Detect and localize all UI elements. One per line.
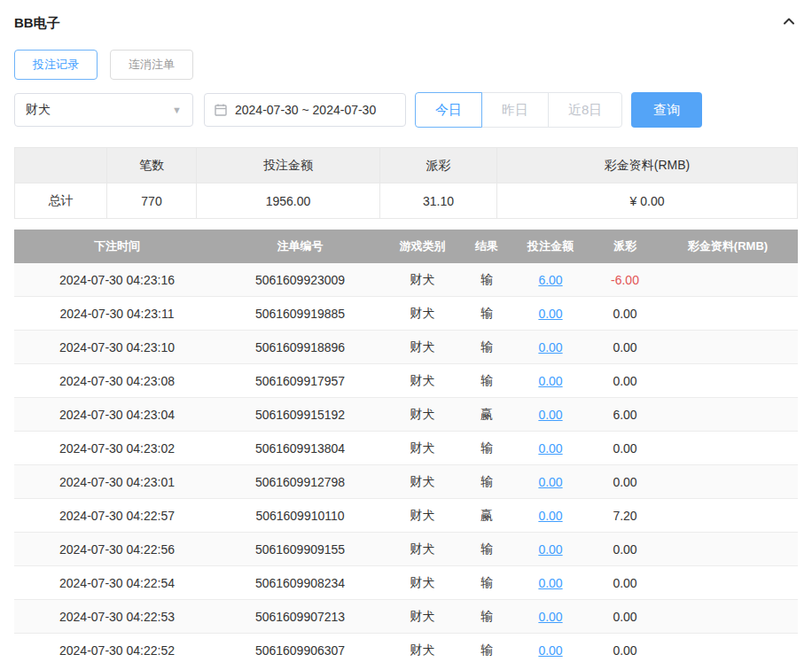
result-cell: 赢 bbox=[465, 398, 509, 431]
tab-bet-records[interactable]: 投注记录 bbox=[14, 50, 98, 80]
summary-total-row: 总计 770 1956.00 31.10 ¥ 0.00 bbox=[15, 183, 798, 219]
bet-time-cell: 2024-07-30 04:22:53 bbox=[14, 600, 220, 633]
today-button[interactable]: 今日 bbox=[415, 92, 482, 128]
col-header-result: 结果 bbox=[465, 230, 509, 263]
summary-header-count: 笔数 bbox=[107, 148, 197, 183]
summary-total-label: 总计 bbox=[15, 183, 107, 219]
table-row: 2024-07-30 04:23:16 5061609923009 财犬 输 6… bbox=[14, 263, 798, 297]
payout-cell: 6.00 bbox=[592, 398, 658, 431]
panel-header: BB电子 bbox=[14, 12, 798, 34]
order-id-cell: 5061609906307 bbox=[220, 634, 380, 662]
bet-records-table: 下注时间 注单编号 游戏类别 结果 投注金额 派彩 彩金资料(RMB) 2024… bbox=[14, 230, 798, 662]
result-cell: 输 bbox=[465, 364, 509, 397]
result-cell: 输 bbox=[465, 634, 509, 662]
table-header-row: 下注时间 注单编号 游戏类别 结果 投注金额 派彩 彩金资料(RMB) bbox=[14, 230, 798, 263]
bet-time-cell: 2024-07-30 04:23:10 bbox=[14, 331, 220, 363]
bet-amount-link[interactable]: 0.00 bbox=[538, 441, 562, 456]
payout-cell: 0.00 bbox=[592, 297, 658, 330]
bet-time-cell: 2024-07-30 04:23:16 bbox=[14, 263, 220, 296]
bonus-cell bbox=[658, 331, 798, 363]
table-row: 2024-07-30 04:23:08 5061609917957 财犬 输 0… bbox=[14, 364, 798, 398]
bet-amount-link[interactable]: 0.00 bbox=[538, 643, 562, 658]
summary-total-count: 770 bbox=[107, 183, 197, 219]
table-row: 2024-07-30 04:23:02 5061609913804 财犬 输 0… bbox=[14, 432, 798, 465]
result-cell: 输 bbox=[465, 263, 509, 296]
search-button[interactable]: 查询 bbox=[631, 92, 702, 128]
last-8-days-button[interactable]: 近8日 bbox=[548, 92, 622, 128]
summary-header-row: 笔数 投注金额 派彩 彩金资料(RMB) bbox=[15, 148, 798, 183]
table-row: 2024-07-30 04:23:01 5061609912798 财犬 输 0… bbox=[14, 465, 798, 499]
collapse-button[interactable] bbox=[780, 14, 798, 32]
order-id-cell: 5061609909155 bbox=[220, 533, 380, 565]
bet-amount-link[interactable]: 0.00 bbox=[538, 475, 562, 489]
bet-amount-link[interactable]: 0.00 bbox=[538, 509, 562, 523]
tab-bar: 投注记录 连消注单 bbox=[14, 50, 798, 80]
order-id-cell: 5061609919885 bbox=[220, 297, 380, 330]
bet-amount-link[interactable]: 0.00 bbox=[538, 340, 562, 354]
bet-time-cell: 2024-07-30 04:22:52 bbox=[14, 634, 220, 662]
bet-time-cell: 2024-07-30 04:23:04 bbox=[14, 398, 220, 431]
payout-cell: 0.00 bbox=[592, 634, 658, 662]
order-id-cell: 5061609907213 bbox=[220, 600, 380, 633]
summary-total-bonus: ¥ 0.00 bbox=[497, 183, 798, 219]
bonus-cell bbox=[658, 634, 798, 662]
bet-amount-link[interactable]: 0.00 bbox=[538, 610, 562, 624]
panel-title: BB电子 bbox=[14, 15, 60, 32]
bonus-cell bbox=[658, 364, 798, 397]
payout-cell: -6.00 bbox=[592, 263, 658, 296]
result-cell: 输 bbox=[465, 533, 509, 565]
game-select-value: 财犬 bbox=[26, 102, 51, 118]
bonus-cell bbox=[658, 499, 798, 532]
date-range-value: 2024-07-30 ~ 2024-07-30 bbox=[235, 103, 376, 117]
yesterday-button[interactable]: 昨日 bbox=[481, 92, 549, 128]
game-select[interactable]: 财犬 ▼ bbox=[14, 93, 193, 127]
game-type-cell: 财犬 bbox=[380, 533, 465, 565]
table-row: 2024-07-30 04:22:56 5061609909155 财犬 输 0… bbox=[14, 533, 798, 566]
summary-total-payout: 31.10 bbox=[380, 183, 497, 219]
game-type-cell: 财犬 bbox=[380, 297, 465, 330]
bet-amount-link[interactable]: 0.00 bbox=[538, 307, 562, 321]
payout-cell: 7.20 bbox=[592, 499, 658, 532]
quick-date-group: 今日 昨日 近8日 bbox=[415, 92, 622, 128]
summary-header-bonus: 彩金资料(RMB) bbox=[497, 148, 798, 183]
bet-amount-link[interactable]: 0.00 bbox=[538, 576, 562, 590]
bet-amount-link[interactable]: 0.00 bbox=[538, 374, 562, 388]
bet-amount-link[interactable]: 0.00 bbox=[538, 542, 562, 557]
result-cell: 输 bbox=[465, 432, 509, 464]
result-cell: 赢 bbox=[465, 499, 509, 532]
summary-total-bet-amount: 1956.00 bbox=[197, 183, 380, 219]
game-type-cell: 财犬 bbox=[380, 600, 465, 633]
order-id-cell: 5061609910110 bbox=[220, 499, 380, 532]
bet-time-cell: 2024-07-30 04:23:01 bbox=[14, 465, 220, 498]
bonus-cell bbox=[658, 263, 798, 296]
col-header-bonus: 彩金资料(RMB) bbox=[658, 230, 798, 263]
bonus-cell bbox=[658, 398, 798, 431]
game-type-cell: 财犬 bbox=[380, 499, 465, 532]
payout-cell: 0.00 bbox=[592, 331, 658, 363]
bonus-cell bbox=[658, 533, 798, 565]
table-row: 2024-07-30 04:22:53 5061609907213 财犬 输 0… bbox=[14, 600, 798, 634]
payout-cell: 0.00 bbox=[592, 364, 658, 397]
date-range-input[interactable]: 2024-07-30 ~ 2024-07-30 bbox=[204, 93, 406, 127]
order-id-cell: 5061609917957 bbox=[220, 364, 380, 397]
result-cell: 输 bbox=[465, 331, 509, 363]
game-type-cell: 财犬 bbox=[380, 432, 465, 464]
bonus-cell bbox=[658, 432, 798, 464]
payout-cell: 0.00 bbox=[592, 533, 658, 565]
result-cell: 输 bbox=[465, 566, 509, 599]
summary-header-payout: 派彩 bbox=[380, 148, 497, 183]
game-type-cell: 财犬 bbox=[380, 398, 465, 431]
bet-amount-link[interactable]: 0.00 bbox=[538, 408, 562, 422]
bet-time-cell: 2024-07-30 04:23:02 bbox=[14, 432, 220, 464]
chevron-down-icon: ▼ bbox=[172, 105, 182, 115]
order-id-cell: 5061609908234 bbox=[220, 566, 380, 599]
col-header-game-type: 游戏类别 bbox=[380, 230, 465, 263]
calendar-icon bbox=[214, 103, 228, 117]
payout-cell: 0.00 bbox=[592, 600, 658, 633]
tab-cancelled-orders[interactable]: 连消注单 bbox=[110, 50, 193, 80]
bet-amount-link[interactable]: 6.00 bbox=[538, 273, 562, 287]
col-header-order-id: 注单编号 bbox=[220, 230, 380, 263]
table-row: 2024-07-30 04:22:57 5061609910110 财犬 赢 0… bbox=[14, 499, 798, 533]
col-header-bet-time: 下注时间 bbox=[14, 230, 220, 263]
result-cell: 输 bbox=[465, 297, 509, 330]
